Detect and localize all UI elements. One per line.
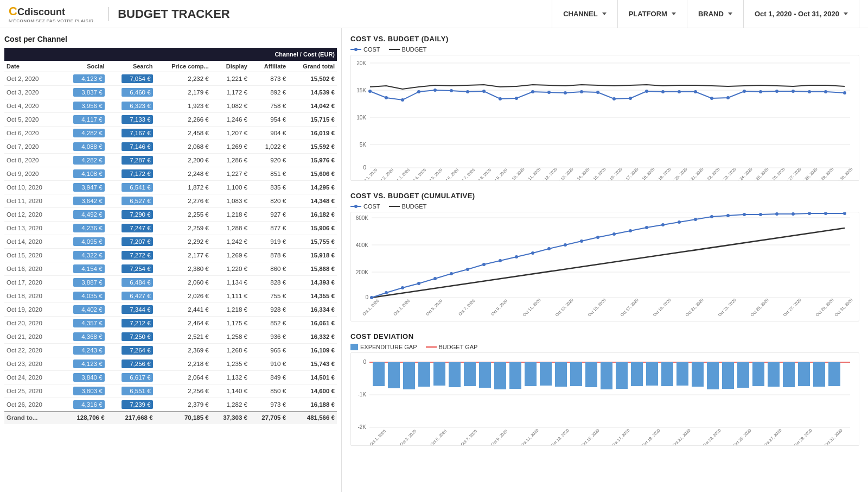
svg-text:Oct 11, 2020: Oct 11, 2020 bbox=[522, 298, 542, 318]
cell-display: 1,246 € bbox=[211, 113, 250, 127]
daily-chart-svg: 20K 15K 10K 5K 0 bbox=[351, 55, 856, 180]
cell-price: 2,379 € bbox=[155, 398, 211, 412]
nav-platform[interactable]: PLATFORM bbox=[617, 0, 687, 28]
chevron-down-icon bbox=[844, 12, 848, 15]
cell-total: 14,355 € bbox=[288, 289, 337, 303]
nav-channel[interactable]: CHANNEL bbox=[552, 0, 617, 28]
svg-point-91 bbox=[564, 243, 567, 247]
svg-text:600K: 600K bbox=[356, 215, 369, 221]
svg-text:Oct 15, 2020: Oct 15, 2020 bbox=[580, 428, 601, 445]
cell-search: 6,527 € bbox=[107, 194, 155, 208]
cell-display: 1,134 € bbox=[211, 276, 250, 289]
cell-social: 3,947 € bbox=[59, 181, 107, 194]
logo-tagline: N'ÉCONOMISEZ PAS VOTRE PLAISIR. bbox=[9, 18, 95, 23]
svg-text:Oct 29, 2020: Oct 29, 2020 bbox=[815, 298, 835, 318]
col-search: Search bbox=[107, 61, 155, 72]
cell-date: Oct 16, 2020 bbox=[4, 262, 59, 276]
cell-affiliate: 758 € bbox=[250, 99, 288, 113]
svg-text:Oct 6, 2020: Oct 6, 2020 bbox=[441, 167, 459, 180]
svg-point-11 bbox=[385, 96, 388, 99]
svg-text:Oct 17, 2020: Oct 17, 2020 bbox=[620, 298, 640, 318]
svg-text:-1K: -1K bbox=[358, 392, 366, 398]
table-row: Oct 23, 2020 4,123 € 7,256 € 2,218 € 1,2… bbox=[4, 357, 337, 371]
cell-total: 14,539 € bbox=[288, 86, 337, 99]
svg-text:Oct 24, 2020: Oct 24, 2020 bbox=[733, 167, 754, 180]
col-total: Grand total bbox=[288, 61, 337, 72]
svg-text:Oct 16, 2020: Oct 16, 2020 bbox=[603, 167, 623, 180]
cell-total: 16,109 € bbox=[288, 344, 337, 357]
table-row: Oct 17, 2020 3,887 € 6,484 € 2,060 € 1,1… bbox=[4, 276, 337, 289]
table-row: Oct 9, 2020 4,108 € 7,172 € 2,248 € 1,22… bbox=[4, 167, 337, 181]
svg-point-22 bbox=[564, 91, 567, 94]
cell-affiliate: 849 € bbox=[250, 371, 288, 384]
cell-price: 2,026 € bbox=[155, 289, 211, 303]
svg-rect-154 bbox=[707, 362, 719, 389]
table-row: Oct 18, 2020 4,035 € 6,427 € 2,026 € 1,1… bbox=[4, 289, 337, 303]
app-title: BUDGET TRACKER bbox=[108, 7, 230, 21]
svg-point-102 bbox=[743, 213, 746, 216]
cell-date: Oct 9, 2020 bbox=[4, 167, 59, 181]
cell-date: Oct 25, 2020 bbox=[4, 384, 59, 398]
cell-total: 15,755 € bbox=[288, 235, 337, 249]
cell-date: Oct 4, 2020 bbox=[4, 99, 59, 113]
cell-affiliate: 936 € bbox=[250, 330, 288, 344]
cell-display: 1,242 € bbox=[211, 235, 250, 249]
cell-date: Oct 13, 2020 bbox=[4, 222, 59, 235]
gt-display: 37,303 € bbox=[211, 412, 250, 424]
svg-text:Oct 15, 2020: Oct 15, 2020 bbox=[587, 298, 607, 318]
deviation-chart-legend: EXPENDITURE GAP BUDGET GAP bbox=[350, 344, 859, 350]
svg-text:Oct 3, 2020: Oct 3, 2020 bbox=[392, 298, 411, 317]
cell-price: 2,259 € bbox=[155, 222, 211, 235]
cell-total: 16,188 € bbox=[288, 398, 337, 412]
svg-rect-158 bbox=[768, 362, 780, 387]
cell-price: 2,179 € bbox=[155, 86, 211, 99]
cell-price: 2,060 € bbox=[155, 276, 211, 289]
cell-date: Oct 22, 2020 bbox=[4, 344, 59, 357]
nav-daterange[interactable]: Oct 1, 2020 - Oct 31, 2020 bbox=[743, 0, 859, 28]
cell-affiliate: 965 € bbox=[250, 344, 288, 357]
svg-point-84 bbox=[450, 272, 453, 275]
svg-rect-139 bbox=[479, 362, 491, 388]
svg-text:Oct 5, 2020: Oct 5, 2020 bbox=[429, 428, 448, 445]
svg-text:Oct 4, 2020: Oct 4, 2020 bbox=[409, 167, 427, 180]
budget-line-icon bbox=[389, 206, 400, 207]
cell-display: 1,100 € bbox=[211, 181, 250, 194]
col-date: Date bbox=[4, 61, 59, 72]
cell-total: 15,715 € bbox=[288, 113, 337, 127]
svg-rect-153 bbox=[692, 362, 704, 387]
cell-social: 4,095 € bbox=[59, 235, 107, 249]
svg-text:0: 0 bbox=[363, 165, 366, 171]
svg-point-28 bbox=[661, 90, 665, 93]
cell-search: 7,146 € bbox=[107, 140, 155, 154]
cell-total: 14,042 € bbox=[288, 99, 337, 113]
cell-affiliate: 904 € bbox=[250, 127, 288, 140]
nav-brand[interactable]: BRAND bbox=[687, 0, 743, 28]
svg-text:Oct 27, 2020: Oct 27, 2020 bbox=[763, 428, 783, 445]
svg-text:Oct 13, 2020: Oct 13, 2020 bbox=[554, 298, 575, 318]
gt-social: 128,706 € bbox=[59, 412, 107, 424]
col-display: Display bbox=[211, 61, 250, 72]
svg-point-35 bbox=[775, 90, 778, 93]
svg-rect-157 bbox=[752, 362, 764, 386]
cell-affiliate: 755 € bbox=[250, 289, 288, 303]
cell-social: 4,117 € bbox=[59, 113, 107, 127]
gt-price: 70,185 € bbox=[155, 412, 211, 424]
svg-point-37 bbox=[808, 90, 811, 93]
cell-social: 4,088 € bbox=[59, 140, 107, 154]
svg-text:Oct 26, 2020: Oct 26, 2020 bbox=[766, 167, 786, 180]
cell-price: 2,441 € bbox=[155, 303, 211, 317]
cell-total: 16,061 € bbox=[288, 317, 337, 330]
svg-text:Oct 14, 2020: Oct 14, 2020 bbox=[571, 167, 591, 180]
budget-line-icon bbox=[389, 49, 400, 50]
exp-gap-icon bbox=[350, 344, 358, 350]
svg-point-80 bbox=[385, 291, 388, 294]
svg-text:200K: 200K bbox=[356, 269, 369, 275]
cell-search: 6,427 € bbox=[107, 289, 155, 303]
svg-text:Oct 17, 2020: Oct 17, 2020 bbox=[620, 167, 640, 180]
table-row: Oct 26, 2020 4,316 € 7,239 € 2,379 € 1,2… bbox=[4, 398, 337, 412]
deviation-chart-section: COST DEVIATION EXPENDITURE GAP BUDGET GA… bbox=[350, 332, 859, 446]
cell-date: Oct 24, 2020 bbox=[4, 371, 59, 384]
svg-text:Oct 29, 2020: Oct 29, 2020 bbox=[815, 167, 835, 180]
cell-total: 14,393 € bbox=[288, 276, 337, 289]
cell-social: 4,154 € bbox=[59, 262, 107, 276]
